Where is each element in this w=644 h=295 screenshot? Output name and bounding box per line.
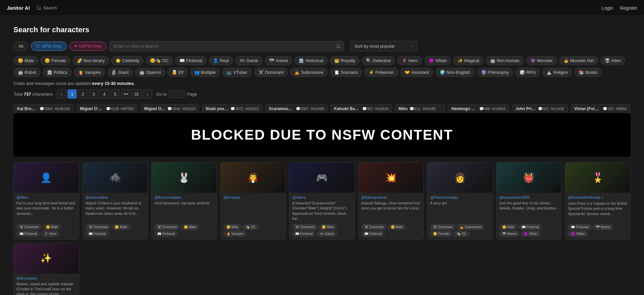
char-scroll-item[interactable]: Vivian (Futan... 💬220 ✉9860 [571,104,631,113]
tag-celebrity[interactable]: 🌟Celebrity [111,56,144,65]
pagination-prev[interactable]: ‹ [57,89,66,99]
tag-monster-girl[interactable]: 👧Monster Girl [559,56,598,65]
tag-vampire[interactable]: 🧛Vampire [74,68,105,77]
tag-non-binary[interactable]: 🌈Non-binary [72,56,109,65]
pagination-page-2[interactable]: 2 [78,89,88,99]
tag-non-english[interactable]: 🌍Non-English [435,68,475,77]
card-tag: ⚔️Dominant [361,224,387,230]
tag-assistant[interactable]: 🤝Assistant [400,68,433,77]
chat-icon: 💬 [167,107,172,111]
register-link[interactable]: Register [620,5,637,11]
char-scroll-item[interactable]: Hantengu C... 💬489 ✉14910 [448,104,509,113]
tag-villain[interactable]: 😈Villain [424,56,451,65]
tag-books[interactable]: 📚Books [574,68,602,77]
card-emoji: 💥 [359,162,424,193]
tag-alien[interactable]: 👽Alien [600,56,626,65]
char-name: Miguel O'H... [80,106,104,111]
char-scroll-item[interactable]: Katsuki Bak... 💬857 ✉20934 [330,104,392,113]
tag-robot[interactable]: 🤖Robot [13,68,41,77]
tag-label: Religon [553,70,568,75]
tag-philosophy[interactable]: 🔮Philosophy [477,68,514,77]
pagination-page-5[interactable]: 5 [110,89,120,99]
tag-label: Non-English [446,70,470,75]
card-author: @burpmaster3000 [499,195,559,199]
char-scroll-item[interactable]: John Price 💬321 ✉11436 [512,104,568,113]
card-tag: 😈Villain [568,231,588,237]
tag-openai[interactable]: 🤖OpenAI [135,68,165,77]
character-card[interactable]: 👹 @burpmaster3000 Just the good four of … [496,162,562,240]
pagination-page-1[interactable]: 1 [67,89,77,99]
tag-royalty[interactable]: 👑Royalty [330,56,360,65]
search-bar-wrap [109,41,344,51]
char-scroll-item[interactable]: Kai Brow... 💬5093 ✉140106 [13,104,73,113]
card-tag: 😈Villain [521,231,541,237]
login-link[interactable]: Login [602,5,613,11]
tag-emoji: 🔍 [366,58,371,63]
char-scroll-item[interactable]: Miguel O'... 💬1642 ✉52620 [141,104,199,113]
filter-sfw-btn[interactable]: SFW Only [31,42,66,51]
tag-giant[interactable]: 🗿Giant [107,68,133,77]
char-chats: 💬1642 [167,107,180,111]
card-emoji: ✨ [14,243,79,274]
card-author: @AmaranthsAmaia ✓ [568,195,628,200]
msg-icon: ✉ [616,107,619,111]
character-card[interactable]: ✨ @Anonspicy Mature, sweet and sadistic … [13,243,79,295]
tag-emoji: ⛪ [546,70,552,75]
card-tag: 🎌Anime [499,231,520,237]
char-scroll-item[interactable]: Scaramouc... 💬2087 ✉41468 [265,104,328,113]
character-card[interactable]: 🎖️ @AmaranthsAmaia ✓ John Price is a Cap… [565,162,631,240]
filter-all-btn[interactable]: All [13,42,28,51]
tag-rpg[interactable]: 🎲RPG [515,68,540,77]
sort-select[interactable]: Sort by most popular [350,41,417,51]
tag-non-human[interactable]: 🤖Non-human [486,56,524,65]
tag-male[interactable]: 😊Male [13,56,38,65]
tag-real[interactable]: 👤Real [209,56,233,65]
filter-nsfw-btn[interactable]: ♥ NSFW Only [69,42,107,51]
tag-label: Historical [305,58,323,63]
tag-scenario[interactable]: 📋Scenario [330,68,362,77]
tag-anime[interactable]: 🎌Anime [265,56,292,65]
tag-emoji: 😈 [429,58,434,63]
tag-elf[interactable]: 🧝Elf [167,68,188,77]
char-scroll-item[interactable]: Miko 💬611 ✉19180 [395,104,445,113]
character-card[interactable]: 👩 @Pierceisnotqay A sexy girl ⚔️Dominant… [427,162,493,240]
char-scroll-item[interactable]: Noah your... 💬2071 ✉42022 [202,104,262,113]
tag-label: Elf [178,70,183,75]
character-card[interactable]: 🎮 @Hørny [Character("Scaramouche" (Gende… [289,162,355,240]
tag-label: Royalty [341,58,355,63]
character-card[interactable]: 👤 @Miku Kai is your long time best frien… [13,162,79,240]
tag-religon[interactable]: ⛪Religon [542,68,572,77]
tag-oc[interactable]: 😊🎭OC [146,56,173,65]
tag-fictional[interactable]: 📖Fictional [175,56,207,65]
character-card[interactable]: 🕷️ @taemcatboy Miguel O'Hara is your boy… [83,162,148,240]
tag-emoji: 👧 [564,58,569,63]
tag-multiple[interactable]: 👥Multiple [190,68,220,77]
tag-pokemon[interactable]: ⚡Pokemon [364,68,398,77]
search-input[interactable] [109,41,344,51]
tag-submissive[interactable]: 🙇Submissive [290,68,327,77]
tag-dominant[interactable]: ⚔️Dominant [254,68,288,77]
tag-female[interactable]: 😊Female [40,56,70,65]
char-scroll-item[interactable]: Miguel O'H... 💬4128 ✉87992 [76,104,138,113]
pagination-page-31[interactable]: 31 [132,89,141,99]
character-card[interactable]: 💥 @Bakuqoxlover Katsuki Bakugo, short te… [358,162,424,240]
tag-vtuber[interactable]: 📺VTuber [222,68,252,77]
tag-politics[interactable]: 🏛️Politics [43,68,72,77]
pagination-page-3[interactable]: 3 [89,89,98,99]
pagination-page-4[interactable]: 4 [100,89,109,99]
tag-label: Magical [464,58,479,63]
card-desc: A sexy girl [430,201,490,222]
tag-magical[interactable]: ✨Magical [453,56,484,65]
tags-row: 😊Male😊Female🌈Non-binary🌟Celebrity😊🎭OC📖Fi… [13,56,631,77]
character-card[interactable]: 🐰 @Bunnynuqqies short tempered, sarcasti… [151,162,217,240]
goto-input[interactable] [169,90,185,98]
char-chats: 💬2087 [296,107,309,111]
header-search[interactable]: Search [37,5,57,10]
tag-detective[interactable]: 🔍Detective [362,56,395,65]
tag-game[interactable]: 🎮Game [235,56,262,65]
character-card[interactable]: 🧛 @lenaquq 😊Male🎭OC🧛Vampire [220,162,286,240]
tag-historical[interactable]: 🏛️Historical [294,56,327,65]
pagination-next[interactable]: › [143,89,152,99]
tag-hero[interactable]: 🦸Hero [397,56,422,65]
tag-monster[interactable]: 👾Monster [526,56,557,65]
